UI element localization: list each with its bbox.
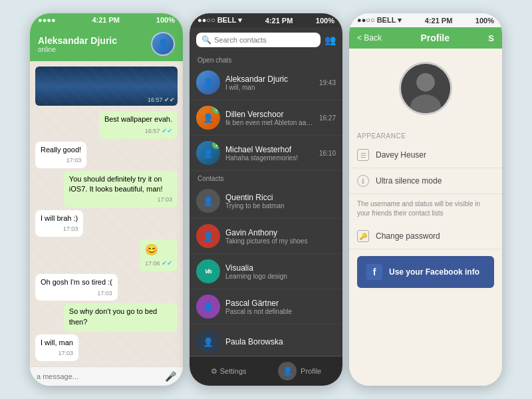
search-bar[interactable]: 🔍 xyxy=(196,33,321,47)
change-password-label: Change password xyxy=(376,231,440,241)
phone-contacts: ●●○○ BELL ▾ 4:21 PM 100% 🔍 👥 Open chats … xyxy=(190,13,342,386)
appearance-section-title: APPEARANCE xyxy=(349,128,502,142)
contact-avatar: 👤 xyxy=(196,224,220,248)
contact-item-4[interactable]: 👤 Pascal Gärtner Pascal is not definable xyxy=(190,289,342,325)
unread-badge: 1 xyxy=(212,141,220,149)
facebook-icon: f xyxy=(366,264,382,280)
contact-avatar: 👤 5 xyxy=(196,106,220,130)
contacts-search-header: 🔍 👥 xyxy=(190,27,342,53)
msg-text: I will brah :) xyxy=(41,213,78,223)
chat-item-3[interactable]: 👤 1 Michael Westerhof Hahaha stagememori… xyxy=(190,136,342,171)
contact-info: Quentin Ricci Trying to be batman xyxy=(225,193,336,209)
contact-info: Dillen Verschoor Ik ben even met Ableton… xyxy=(225,110,314,126)
msg-bubble: Really good! 17:03 xyxy=(35,142,86,168)
contacts-label: Contacts xyxy=(190,171,342,184)
msg-bubble: Best wallpaper evah. 16:57 ✔✔ xyxy=(99,111,178,138)
settings-btn[interactable]: ⚙ Settings xyxy=(211,362,247,380)
image-time: 16:57 ✔✔ xyxy=(148,96,175,103)
msg-bubble: I will, man 17:03 xyxy=(35,334,78,361)
msg-bubble: So why don't you go to bed then? xyxy=(64,303,178,332)
msg-text: Best wallpaper evah. xyxy=(104,114,172,124)
contact-item-5[interactable]: 👤 Paula Borowska xyxy=(190,325,342,356)
profile-note: The username and status will be visible … xyxy=(349,194,502,223)
contacts-icon[interactable]: 👥 xyxy=(325,35,336,45)
profile-avatar-section xyxy=(349,49,502,128)
msg-text: Really good! xyxy=(41,145,81,155)
contact-time: 16:27 xyxy=(319,114,336,122)
battery-2: 100% xyxy=(316,17,334,25)
contact-info: Visualia Learning logo design xyxy=(225,263,336,280)
open-chats-label: Open chats xyxy=(190,53,342,65)
message-input[interactable] xyxy=(37,372,161,380)
contact-name: Aleksandar Djuric xyxy=(225,74,314,84)
profile-header: < Back Profile S xyxy=(349,27,502,49)
contact-avatar: 👤 xyxy=(196,70,220,94)
chat-item-2[interactable]: 👤 5 Dillen Verschoor Ik ben even met Abl… xyxy=(190,100,342,136)
phones-container: ●●●● 4:21 PM 100% Aleksandar Djuric onli… xyxy=(23,7,509,392)
status-bar-1: ●●●● 4:21 PM 100% xyxy=(30,13,183,27)
contact-info: Gavin Anthony Taking pictures of my shoe… xyxy=(225,228,336,245)
msg-bubble: You should definitely try it on iOS7. It… xyxy=(64,171,178,207)
facebook-button[interactable]: f Use your Facebook info xyxy=(357,256,494,288)
profile-action-btn[interactable]: S xyxy=(488,33,494,43)
contact-item-2[interactable]: 👤 Gavin Anthony Taking pictures of my sh… xyxy=(190,219,342,254)
contact-avatar: Vis xyxy=(196,259,220,283)
chat-contact-status: online xyxy=(38,46,117,53)
contact-status: Taking pictures of my shoes xyxy=(225,237,336,245)
phone-profile: ●●○○ BELL ▾ 4:21 PM 100% < Back Profile … xyxy=(349,13,502,386)
avatar: 👤 xyxy=(151,32,175,56)
contact-status: Trying to be batman xyxy=(225,202,336,209)
profile-row-password[interactable]: 🔑 Change password xyxy=(349,223,502,249)
profile-title: Profile xyxy=(420,33,450,43)
info-icon: ℹ xyxy=(357,175,369,187)
back-button[interactable]: < Back xyxy=(357,33,382,43)
msg-bubble: I will brah :) 17:03 xyxy=(35,210,83,237)
contact-name: Gavin Anthony xyxy=(225,228,336,237)
contacts-list: Open chats 👤 Aleksandar Djuric I will, m… xyxy=(190,53,342,356)
contact-avatar: 👤 xyxy=(196,189,220,213)
mic-icon[interactable]: 🎤 xyxy=(165,371,176,382)
carrier-2: ●●○○ BELL ▾ xyxy=(198,16,242,25)
svg-point-1 xyxy=(416,73,435,92)
profile-mode-value: Ultra silence mode xyxy=(376,176,442,186)
chat-header: Aleksandar Djuric online 👤 xyxy=(30,27,183,61)
chat-contact-name: Aleksandar Djuric xyxy=(38,35,117,46)
contact-time: 16:10 xyxy=(319,150,336,157)
chat-item-1[interactable]: 👤 Aleksandar Djuric I will, man 19:43 xyxy=(190,65,342,100)
unread-badge: 5 xyxy=(212,106,220,114)
search-input[interactable] xyxy=(214,36,315,44)
contact-avatar: 👤 xyxy=(196,295,220,319)
battery-1: 100% xyxy=(156,16,175,24)
msg-time: 17:06 ✔✔ xyxy=(145,259,172,268)
msg-text: So why don't you go to bed then? xyxy=(69,307,172,327)
contact-info: Michael Westerhof Hahaha stagememories! xyxy=(225,145,314,162)
battery-3: 100% xyxy=(475,17,494,25)
msg-bubble: Oh gosh I'm so tired :( 17:03 xyxy=(35,274,118,301)
contact-item-1[interactable]: 👤 Quentin Ricci Trying to be batman xyxy=(190,184,342,219)
msg-text: You should definitely try it on iOS7. It… xyxy=(69,174,172,195)
contact-name: Michael Westerhof xyxy=(225,145,314,154)
contact-avatar: 👤 xyxy=(196,330,220,354)
contact-item-3[interactable]: Vis Visualia Learning logo design xyxy=(190,254,342,289)
profile-row-mode[interactable]: ℹ Ultra silence mode xyxy=(349,168,502,194)
profile-footer-btn[interactable]: 👤 Profile xyxy=(278,362,321,380)
chat-header-info: Aleksandar Djuric online xyxy=(38,35,117,53)
time-3: 4:21 PM xyxy=(425,17,453,25)
time-1: 4:21 PM xyxy=(92,16,120,24)
gear-icon: ⚙ xyxy=(211,367,217,376)
contacts-footer: ⚙ Settings 👤 Profile xyxy=(190,356,342,386)
carrier-3: ●●○○ BELL ▾ xyxy=(357,16,402,25)
contact-name: Pascal Gärtner xyxy=(225,299,336,308)
msg-text: I will, man xyxy=(41,338,73,348)
contact-info: Aleksandar Djuric I will, man xyxy=(225,74,314,91)
profile-row-name[interactable]: ☰ Davey Heuser xyxy=(349,142,502,168)
contact-status: Learning logo design xyxy=(225,273,336,280)
contact-last-msg: I will, man xyxy=(225,84,314,91)
contact-name: Quentin Ricci xyxy=(225,193,336,202)
profile-body: APPEARANCE ☰ Davey Heuser ℹ Ultra silenc… xyxy=(349,49,502,386)
facebook-button-label: Use your Facebook info xyxy=(389,267,479,277)
status-bar-2: ●●○○ BELL ▾ 4:21 PM 100% xyxy=(190,13,342,27)
msg-text: Oh gosh I'm so tired :( xyxy=(41,277,112,287)
name-icon: ☰ xyxy=(357,149,369,161)
profile-name-value: Davey Heuser xyxy=(376,150,426,160)
